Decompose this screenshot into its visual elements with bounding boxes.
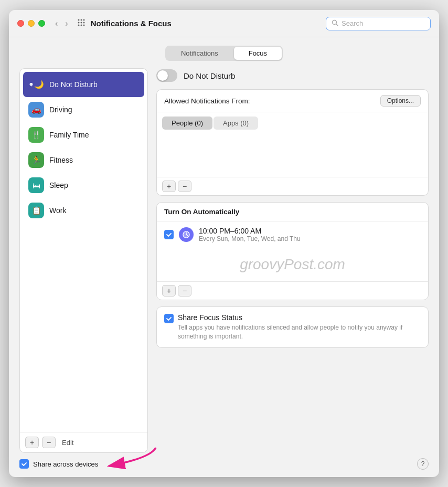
sidebar-remove-button[interactable]: −: [42, 437, 56, 448]
svg-point-11: [30, 83, 33, 85]
content-area: Notifications Focus: [9, 37, 439, 453]
share-focus-row: Share Focus Status Tell apps you have no…: [164, 313, 421, 341]
share-devices-row: Share across devices: [19, 459, 98, 469]
app-window: ‹ › Notifications & Focus: [9, 10, 439, 477]
tabs-container: Notifications Focus: [165, 46, 283, 61]
sidebar-item-family-time[interactable]: 🍴 Family Time: [23, 122, 144, 147]
do-not-disturb-toggle-row: Do Not Disturb: [156, 68, 429, 83]
allowed-notifications-title: Allowed Notifications From:: [164, 97, 250, 105]
turn-on-auto-section: Turn On Automatically: [156, 202, 429, 300]
do-not-disturb-toggle[interactable]: [156, 69, 177, 82]
share-focus-title: Share Focus Status: [178, 313, 421, 322]
turn-on-auto-header: Turn On Automatically: [157, 203, 428, 221]
main-panel: 🌙 Do Not Disturb 🚗 Driving: [19, 68, 429, 453]
sidebar-item-driving-label: Driving: [49, 105, 72, 114]
sidebar-item-do-not-disturb[interactable]: 🌙 Do Not Disturb: [23, 72, 144, 97]
sub-tab-people[interactable]: People (0): [162, 117, 212, 130]
svg-line-10: [336, 24, 338, 26]
search-icon: [332, 19, 338, 28]
allowed-notifications-card: Allowed Notifications From: Options... P…: [156, 89, 429, 196]
sidebar-item-work-label: Work: [49, 206, 66, 215]
svg-point-2: [83, 19, 84, 21]
search-input[interactable]: [342, 19, 425, 27]
traffic-lights: [17, 20, 45, 27]
share-focus-checkbox[interactable]: [164, 314, 174, 323]
toggle-knob: [157, 70, 168, 81]
watermark: groovyPost.com: [157, 248, 428, 281]
sidebar-item-fitness-label: Fitness: [49, 156, 73, 164]
minimize-button[interactable]: [28, 20, 35, 27]
svg-point-8: [83, 25, 84, 26]
back-button[interactable]: ‹: [52, 18, 60, 29]
notifications-add-button[interactable]: +: [162, 181, 176, 192]
svg-point-1: [80, 19, 82, 21]
window-title: Notifications & Focus: [91, 19, 326, 28]
fitness-icon: 🏃: [28, 152, 44, 168]
sidebar-item-sleep-label: Sleep: [49, 181, 68, 189]
share-focus-section: Share Focus Status Tell apps you have no…: [156, 306, 429, 348]
sidebar-item-sleep[interactable]: 🛏 Sleep: [23, 173, 144, 198]
notifications-remove-button[interactable]: −: [178, 181, 191, 192]
sub-tab-apps[interactable]: Apps (0): [214, 117, 258, 130]
share-focus-text: Share Focus Status Tell apps you have no…: [178, 313, 421, 341]
tab-focus[interactable]: Focus: [234, 47, 282, 60]
auto-clock-icon: [179, 227, 194, 242]
help-button[interactable]: ?: [417, 458, 429, 470]
work-icon: 📋: [28, 203, 44, 218]
svg-point-7: [80, 25, 82, 26]
tab-notifications[interactable]: Notifications: [166, 47, 233, 60]
auto-item-time: 10:00 PM–6:00 AM: [199, 227, 421, 235]
auto-item-text: 10:00 PM–6:00 AM Every Sun, Mon, Tue, We…: [199, 227, 421, 242]
sidebar: 🌙 Do Not Disturb 🚗 Driving: [19, 68, 148, 453]
driving-icon: 🚗: [28, 102, 44, 118]
auto-remove-button[interactable]: −: [178, 285, 191, 297]
titlebar: ‹ › Notifications & Focus: [9, 10, 439, 37]
share-focus-description: Tell apps you have notifications silence…: [178, 323, 421, 341]
do-not-disturb-icon: 🌙: [28, 77, 44, 92]
sidebar-item-work[interactable]: 📋 Work: [23, 198, 144, 223]
sidebar-list: 🌙 Do Not Disturb 🚗 Driving: [20, 69, 147, 432]
close-button[interactable]: [17, 20, 24, 27]
do-not-disturb-toggle-label: Do Not Disturb: [184, 71, 235, 80]
tabs-bar: Notifications Focus: [19, 46, 429, 61]
sidebar-footer: + − Edit: [20, 432, 147, 452]
forward-button[interactable]: ›: [62, 18, 70, 29]
maximize-button[interactable]: [38, 20, 45, 27]
share-devices-checkbox[interactable]: [19, 459, 29, 469]
svg-point-6: [78, 25, 79, 26]
svg-point-0: [78, 19, 79, 21]
allowed-notifications-header: Allowed Notifications From: Options...: [157, 90, 428, 112]
auto-schedule-checkbox[interactable]: [164, 230, 174, 239]
search-box: [326, 17, 431, 30]
options-button[interactable]: Options...: [380, 95, 421, 107]
auto-schedule-item[interactable]: 10:00 PM–6:00 AM Every Sun, Mon, Tue, We…: [157, 221, 428, 248]
notifications-card-footer: + −: [157, 177, 428, 195]
sub-tabs: People (0) Apps (0): [157, 112, 428, 130]
sidebar-item-fitness[interactable]: 🏃 Fitness: [23, 147, 144, 173]
auto-add-button[interactable]: +: [162, 285, 176, 297]
right-panel: Do Not Disturb Allowed Notifications Fro…: [156, 68, 429, 453]
share-devices-label: Share across devices: [33, 460, 98, 468]
sidebar-edit-button[interactable]: Edit: [59, 438, 77, 448]
sidebar-item-driving[interactable]: 🚗 Driving: [23, 97, 144, 122]
sidebar-item-do-not-disturb-label: Do Not Disturb: [49, 80, 98, 89]
auto-footer: + −: [157, 281, 428, 300]
sleep-icon: 🛏: [28, 177, 44, 193]
svg-point-4: [80, 22, 82, 24]
grid-icon: [77, 18, 86, 28]
bottom-bar: Share across devices ?: [9, 453, 439, 477]
svg-point-5: [83, 22, 84, 24]
sidebar-add-button[interactable]: +: [25, 437, 39, 448]
family-time-icon: 🍴: [28, 127, 44, 143]
nav-buttons: ‹ ›: [52, 18, 71, 29]
sidebar-item-family-time-label: Family Time: [49, 131, 89, 139]
svg-point-3: [78, 22, 79, 24]
auto-item-days: Every Sun, Mon, Tue, Wed, and Thu: [199, 235, 421, 242]
notifications-empty-area: [157, 130, 428, 177]
